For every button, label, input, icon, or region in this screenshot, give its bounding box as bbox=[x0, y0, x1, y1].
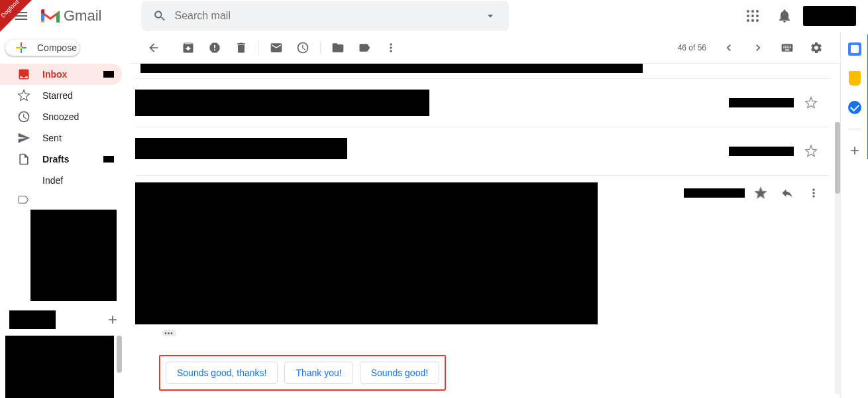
main-scrollbar-thumb[interactable] bbox=[835, 122, 840, 194]
sidebar: Compose Inbox Starred Snoozed Sent bbox=[0, 32, 130, 398]
keyboard-icon bbox=[781, 41, 794, 54]
message-2-redacted bbox=[135, 138, 347, 159]
svg-point-6 bbox=[747, 19, 749, 22]
svg-point-0 bbox=[747, 10, 749, 13]
search-input[interactable] bbox=[174, 10, 476, 22]
calendar-icon bbox=[848, 42, 861, 56]
settings-button[interactable] bbox=[803, 34, 830, 61]
pagination-counter: 46 of 56 bbox=[678, 43, 706, 52]
plus-icon bbox=[848, 144, 861, 157]
keep-addon[interactable] bbox=[844, 68, 865, 89]
arrow-back-icon bbox=[147, 41, 160, 54]
calendar-addon[interactable] bbox=[844, 38, 865, 60]
message-2-date-redacted bbox=[729, 147, 794, 156]
compose-button[interactable]: Compose bbox=[5, 40, 80, 56]
folder-move-icon bbox=[331, 41, 345, 54]
nav-inbox[interactable]: Inbox bbox=[0, 64, 122, 85]
archive-button[interactable] bbox=[175, 34, 201, 61]
more-vert-icon bbox=[384, 41, 398, 54]
collapsed-message-1[interactable] bbox=[135, 78, 830, 127]
snooze-icon bbox=[296, 41, 309, 54]
message-date-redacted bbox=[684, 188, 745, 198]
star-outline-icon bbox=[804, 96, 818, 109]
hangouts-header bbox=[5, 308, 125, 332]
compose-label: Compose bbox=[37, 42, 77, 53]
message-more-button[interactable] bbox=[803, 182, 824, 204]
smart-reply-1[interactable]: Sounds good, thanks! bbox=[166, 362, 278, 384]
message-1-date-redacted bbox=[729, 98, 794, 107]
labels-redacted bbox=[30, 210, 117, 301]
gmail-logo[interactable]: Gmail bbox=[40, 7, 101, 25]
more-button[interactable] bbox=[378, 34, 404, 61]
search-options-button[interactable] bbox=[476, 1, 505, 31]
more-vert-icon bbox=[807, 186, 820, 200]
tasks-addon[interactable] bbox=[844, 97, 865, 118]
mark-unread-button[interactable] bbox=[263, 34, 290, 61]
notifications-button[interactable] bbox=[771, 3, 798, 29]
plus-icon bbox=[106, 313, 119, 326]
toolbar: 46 of 56 bbox=[130, 32, 840, 64]
move-to-button[interactable] bbox=[325, 34, 351, 61]
nav-snoozed-label: Snoozed bbox=[42, 111, 79, 122]
star-message-1[interactable] bbox=[798, 90, 824, 116]
chevron-left-icon bbox=[722, 41, 735, 54]
trash-icon bbox=[235, 41, 248, 54]
gmail-m-icon bbox=[40, 8, 61, 24]
message-1-redacted bbox=[135, 90, 429, 116]
svg-point-7 bbox=[751, 19, 754, 22]
subject-redacted bbox=[140, 64, 643, 73]
expanded-message: ••• Sounds good, thanks! Thank you! Soun… bbox=[135, 175, 830, 398]
delete-button[interactable] bbox=[228, 34, 254, 61]
reply-icon bbox=[781, 186, 794, 200]
report-spam-icon bbox=[208, 41, 221, 54]
input-tools-button[interactable] bbox=[774, 34, 800, 61]
apps-grid-icon bbox=[745, 8, 761, 24]
label-button-icon bbox=[358, 41, 371, 54]
snooze-button[interactable] bbox=[290, 34, 316, 61]
compose-plus-icon bbox=[13, 40, 29, 56]
archive-icon bbox=[182, 41, 195, 54]
nav-snoozed[interactable]: Snoozed bbox=[0, 106, 122, 127]
smart-reply-3[interactable]: Sounds good! bbox=[360, 362, 439, 384]
header: Gmail bbox=[0, 0, 868, 32]
right-rail bbox=[840, 32, 868, 398]
apps-button[interactable] bbox=[739, 3, 766, 29]
nav-sent[interactable]: Sent bbox=[0, 127, 122, 149]
keep-icon bbox=[849, 71, 861, 86]
smart-reply-2[interactable]: Thank you! bbox=[284, 362, 353, 384]
get-addons-button[interactable] bbox=[844, 140, 865, 161]
show-trimmed-button[interactable]: ••• bbox=[162, 330, 176, 336]
toolbar-right: 46 of 56 bbox=[678, 34, 830, 61]
nav-indef-label: Indef bbox=[42, 175, 63, 186]
star-message-3[interactable] bbox=[750, 182, 771, 204]
nav-starred[interactable]: Starred bbox=[0, 85, 122, 106]
spam-button[interactable] bbox=[201, 34, 228, 61]
rail-divider bbox=[848, 129, 861, 129]
gmail-wordmark: Gmail bbox=[64, 7, 101, 25]
hangouts-name-redacted bbox=[9, 310, 56, 329]
hangouts-new-button[interactable] bbox=[105, 312, 121, 328]
search-button[interactable] bbox=[145, 1, 174, 31]
inbox-count-redacted bbox=[103, 71, 114, 78]
star-message-2[interactable] bbox=[798, 138, 824, 165]
nav-items: Inbox Starred Snoozed Sent Drafts bbox=[0, 64, 130, 301]
star-outline-icon bbox=[804, 145, 818, 158]
reply-icon-button[interactable] bbox=[777, 182, 798, 204]
nav-drafts[interactable]: Drafts bbox=[0, 149, 122, 170]
label-item-1[interactable] bbox=[0, 191, 130, 208]
send-icon bbox=[17, 131, 30, 145]
newer-button[interactable] bbox=[716, 34, 742, 61]
nav-indef[interactable]: Indef bbox=[0, 170, 122, 191]
hangouts-scrollbar[interactable] bbox=[117, 336, 122, 373]
collapsed-message-2[interactable] bbox=[135, 127, 830, 175]
older-button[interactable] bbox=[745, 34, 771, 61]
hangouts-list-redacted bbox=[5, 336, 114, 398]
nav-inbox-label: Inbox bbox=[42, 69, 67, 80]
labels-button[interactable] bbox=[351, 34, 378, 61]
account-avatar[interactable] bbox=[803, 6, 856, 26]
nav-starred-label: Starred bbox=[42, 90, 73, 101]
main-scrollbar-track[interactable] bbox=[835, 122, 840, 394]
back-button[interactable] bbox=[140, 34, 167, 61]
tasks-icon bbox=[848, 101, 861, 114]
header-right bbox=[739, 3, 863, 29]
